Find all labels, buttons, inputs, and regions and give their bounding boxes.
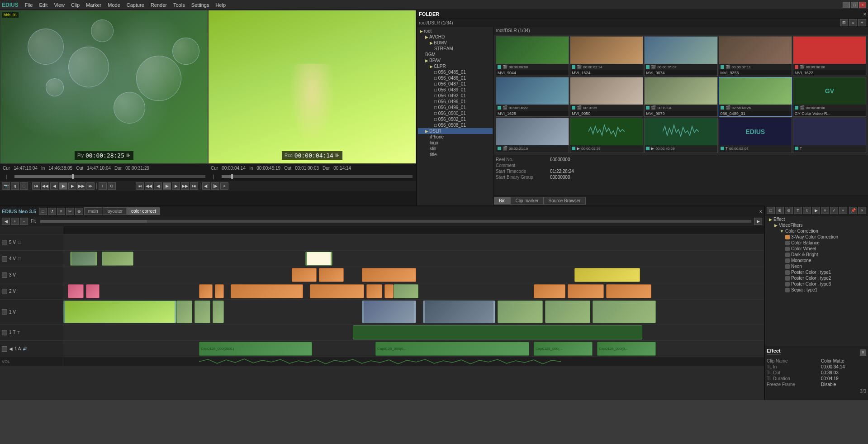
folder-0508[interactable]: □ 056_0508_01 xyxy=(418,122,493,128)
clip-mvi1624[interactable]: 🎬00:00:02:14 MVI_1624 xyxy=(570,36,643,76)
clip-2v-8[interactable] xyxy=(384,284,394,298)
clip-1v-3[interactable] xyxy=(194,301,210,323)
clip-mvi9356[interactable]: 🎬00:00:07:11 MVI_9356 xyxy=(719,36,792,76)
folder-logo[interactable]: logo xyxy=(418,140,493,146)
menu-render[interactable]: Render xyxy=(148,1,170,9)
fx-darkbright[interactable]: Dark & Bright xyxy=(766,252,867,258)
menu-capture[interactable]: Capture xyxy=(124,1,147,9)
fwd-btn[interactable]: ▶▶ xyxy=(77,182,85,190)
clip-2v-7[interactable] xyxy=(366,284,382,298)
mark-out-btn[interactable]: O xyxy=(108,182,116,190)
folder-stream[interactable]: STREAM xyxy=(418,46,493,52)
menu-edit[interactable]: Edit xyxy=(36,1,50,9)
folder-still[interactable]: still xyxy=(418,146,493,152)
clip-2v-3[interactable] xyxy=(199,284,213,298)
rec-step-back-btn[interactable]: ◀ xyxy=(154,182,162,190)
menu-tools[interactable]: Tools xyxy=(171,1,188,9)
clip-1v-7[interactable] xyxy=(498,301,543,323)
tl-ctrl4[interactable]: ▶ xyxy=(754,218,762,225)
next-frame-btn[interactable]: ⏭ xyxy=(86,182,95,190)
fx-icon8[interactable]: ✓ xyxy=(830,207,838,214)
folder-0500[interactable]: □ 056_0500_01 xyxy=(418,110,493,116)
fx-monotone[interactable]: Monotone xyxy=(766,258,867,263)
bin-close-btn[interactable]: × xyxy=(863,11,866,17)
folder-0485[interactable]: □ 056_0485_01 xyxy=(418,69,493,75)
fx-postercolor3[interactable]: Poster Color : type3 xyxy=(766,281,867,287)
tab-clip-marker[interactable]: Clip marker xyxy=(510,197,543,205)
folder-0492[interactable]: □ 056_0492_01 xyxy=(418,93,493,99)
effect-close-btn[interactable]: × xyxy=(860,349,866,356)
fx-postercolor2[interactable]: Poster Color : type2 xyxy=(766,275,867,281)
track-1a-lock[interactable] xyxy=(2,346,7,352)
clip-3v-4[interactable] xyxy=(574,268,640,282)
track-1v-lock[interactable] xyxy=(2,309,7,315)
clip-mvi1622[interactable]: 🎬00:00:06:06 MVI_1622 xyxy=(793,36,866,76)
clip-audio-1[interactable]: Cap0125_000(0001) xyxy=(199,342,312,356)
fx-3way[interactable]: 3-Way Color Correction xyxy=(766,234,867,240)
clip-2v-2[interactable] xyxy=(86,284,100,298)
tl-icon1[interactable]: □ xyxy=(39,208,47,215)
clip-audio-4[interactable]: Cap0125_000(0... xyxy=(597,342,656,356)
tl-scroll-slider[interactable] xyxy=(40,220,751,223)
fx-close-btn[interactable]: × xyxy=(858,207,866,214)
rev-btn[interactable]: ◀◀ xyxy=(41,182,49,190)
menu-file[interactable]: File xyxy=(22,1,36,9)
clip-2v-5[interactable] xyxy=(231,284,303,298)
track-4v-lock[interactable] xyxy=(2,256,7,262)
folder-0499[interactable]: □ 056_0499_01 xyxy=(418,105,493,110)
clip-2v-12[interactable] xyxy=(606,284,651,298)
folder-root[interactable]: ▶root xyxy=(418,28,493,34)
tl-ctrl3[interactable]: - xyxy=(20,218,28,225)
left-progress-slider[interactable] xyxy=(14,175,205,178)
fx-sepia[interactable]: Sepia : type1 xyxy=(766,287,867,293)
track-2v-lock[interactable] xyxy=(2,289,7,294)
clip-2v-9[interactable] xyxy=(394,284,418,298)
tab-bin[interactable]: Bin xyxy=(494,197,510,205)
clip-audio-3[interactable]: Cap0125_000(... xyxy=(534,342,593,356)
camera-btn[interactable]: 📷 xyxy=(2,182,10,190)
tl-icon3[interactable]: ≡ xyxy=(57,208,65,215)
folder-0486[interactable]: □ 056_0486_01 xyxy=(418,75,493,81)
rec-next-btn[interactable]: ⏭ xyxy=(190,182,198,190)
clip-family4[interactable]: 🎬00:02:21:10 xyxy=(496,118,569,153)
folder-clpr[interactable]: ▶CLPR xyxy=(418,63,493,69)
tl-ctrl2[interactable]: + xyxy=(11,218,19,225)
menu-marker[interactable]: Marker xyxy=(83,1,104,9)
rec-play-btn[interactable]: ▶ xyxy=(163,182,171,190)
clip-4v-2[interactable] xyxy=(102,252,133,266)
track-1a-mute[interactable]: 🔊 xyxy=(23,347,27,351)
folder-0502[interactable]: □ 056_0502_01 xyxy=(418,116,493,122)
folder-0489[interactable]: □ 056_0489_01 xyxy=(418,87,493,93)
track-5v-lock[interactable] xyxy=(2,240,7,245)
clip-mvi9044[interactable]: 🎬00:00:06:08 MVI_9044 xyxy=(496,36,569,76)
mark-in-btn[interactable]: I xyxy=(99,182,107,190)
clip-title-1[interactable] xyxy=(353,325,642,339)
clip-edius-logo1[interactable]: EDIUS T00:00:02:04 xyxy=(719,118,792,153)
rec-ripple-btn[interactable]: ⋄ xyxy=(220,182,228,190)
folder-0496[interactable]: □ 056_0496_01 xyxy=(418,99,493,105)
folder-iphone[interactable]: iPhone xyxy=(418,134,493,140)
right-progress-slider[interactable] xyxy=(222,175,413,178)
folder-title[interactable]: title xyxy=(418,152,493,158)
bin-icon2[interactable]: ≡ xyxy=(849,19,857,26)
fx-icon9[interactable]: + xyxy=(839,207,847,214)
fx-icon7[interactable]: × xyxy=(821,207,829,214)
menu-help[interactable]: Help xyxy=(213,1,228,9)
menu-view[interactable]: View xyxy=(51,1,67,9)
clip-1v-6[interactable] xyxy=(423,301,495,323)
folder-bpav[interactable]: ▶BPAV xyxy=(418,57,493,63)
rec-step-fwd-btn[interactable]: ▶ xyxy=(172,182,180,190)
folder-bdmv[interactable]: ▶BDMV xyxy=(418,40,493,46)
audio-btn[interactable]: q xyxy=(11,182,19,190)
clip-mvi9074[interactable]: 🎬00:00:35:02 MVI_9074 xyxy=(644,36,717,76)
fx-icon4[interactable]: T xyxy=(794,207,802,214)
menu-clip[interactable]: Clip xyxy=(68,1,82,9)
rec-prev-btn[interactable]: ⏮ xyxy=(136,182,144,190)
tab-layouter[interactable]: layouter xyxy=(103,207,127,215)
fx-icon5[interactable]: t xyxy=(803,207,811,214)
rec-rev-btn[interactable]: ◀◀ xyxy=(145,182,153,190)
clip-mvi9050[interactable]: 🎬00:10:25 MVI_9050 xyxy=(570,77,643,117)
clip-1v-5[interactable] xyxy=(362,301,416,323)
clip-4v-3[interactable] xyxy=(305,252,332,266)
pip-btn[interactable]: □ xyxy=(20,182,28,190)
